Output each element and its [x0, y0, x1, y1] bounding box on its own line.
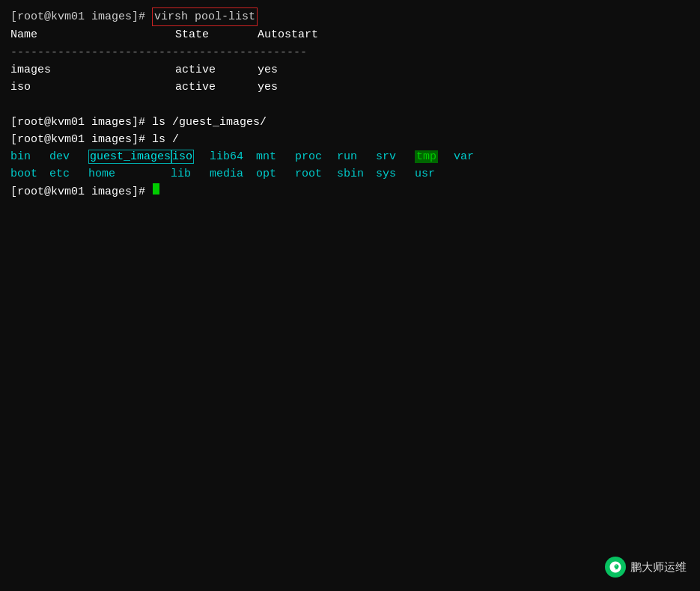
header-name: Name: [10, 26, 175, 43]
pool-auto-iso: yes: [258, 79, 332, 96]
ls-item-opt: opt: [256, 165, 295, 183]
ls-item-iso: iso: [171, 148, 210, 165]
wechat-icon: [605, 557, 626, 578]
command-2: ls /guest_images/: [152, 114, 267, 131]
ls-item-lib64: lib64: [210, 148, 256, 165]
ls-item-etc: etc: [49, 165, 88, 183]
ls-item-usr: usr: [415, 165, 454, 183]
pool-name-iso: iso: [10, 79, 175, 96]
terminal-window: [root@kvm01 images]# virsh pool-list Nam…: [0, 0, 700, 591]
ls-item-media: media: [210, 165, 256, 183]
pool-state-images: active: [175, 61, 258, 79]
blank-line-1: [10, 96, 690, 113]
ls-output-row-2: boot etc home lib media opt root sbin sy…: [10, 165, 690, 183]
pool-row-iso: iso active yes: [10, 79, 690, 96]
command-line-3: [root@kvm01 images]# ls /: [10, 131, 690, 148]
pool-row-images: images active yes: [10, 61, 690, 79]
ls-item-run: run: [337, 148, 376, 165]
ls-item-root: root: [295, 165, 337, 183]
command-line-2: [root@kvm01 images]# ls /guest_images/: [10, 114, 690, 131]
ls-item-mnt: mnt: [256, 148, 295, 165]
watermark: 鹏大师运维: [605, 557, 687, 578]
prompt-3: [root@kvm01 images]#: [10, 131, 152, 148]
ls-item-var: var: [454, 148, 493, 165]
ls-item-boot: boot: [10, 165, 49, 183]
pool-auto-images: yes: [258, 61, 332, 79]
command-highlight-1: virsh pool-list: [152, 7, 258, 26]
separator-text: ----------------------------------------…: [10, 44, 307, 61]
command-3: ls /: [152, 131, 179, 148]
prompt-2: [root@kvm01 images]#: [10, 114, 152, 131]
ls-item-bin: bin: [10, 148, 49, 165]
header-state: State: [175, 26, 258, 43]
ls-item-dev: dev: [49, 148, 88, 165]
pool-list-headers: Name State Autostart: [10, 26, 690, 43]
ls-item-sbin: sbin: [337, 165, 376, 183]
ls-output-row-1: bin dev guest_images iso lib64 mnt proc …: [10, 148, 690, 165]
watermark-text: 鹏大师运维: [630, 560, 687, 575]
ls-item-proc: proc: [295, 148, 337, 165]
pool-separator: ----------------------------------------…: [10, 44, 690, 61]
pool-name-images: images: [10, 61, 175, 79]
pool-state-iso: active: [175, 79, 258, 96]
terminal-cursor: [153, 183, 159, 195]
final-prompt: [root@kvm01 images]#: [10, 183, 152, 200]
ls-item-tmp: tmp: [415, 148, 454, 165]
ls-item-guest-images: guest_images: [88, 148, 171, 165]
command-line-1: [root@kvm01 images]# virsh pool-list: [10, 7, 690, 26]
final-prompt-line[interactable]: [root@kvm01 images]#: [10, 183, 690, 200]
ls-item-lib: lib: [171, 165, 210, 183]
ls-item-home: home: [88, 165, 171, 183]
ls-item-srv: srv: [376, 148, 415, 165]
ls-item-sys: sys: [376, 165, 415, 183]
header-autostart: Autostart: [258, 26, 332, 43]
prompt-1: [root@kvm01 images]#: [10, 8, 152, 25]
